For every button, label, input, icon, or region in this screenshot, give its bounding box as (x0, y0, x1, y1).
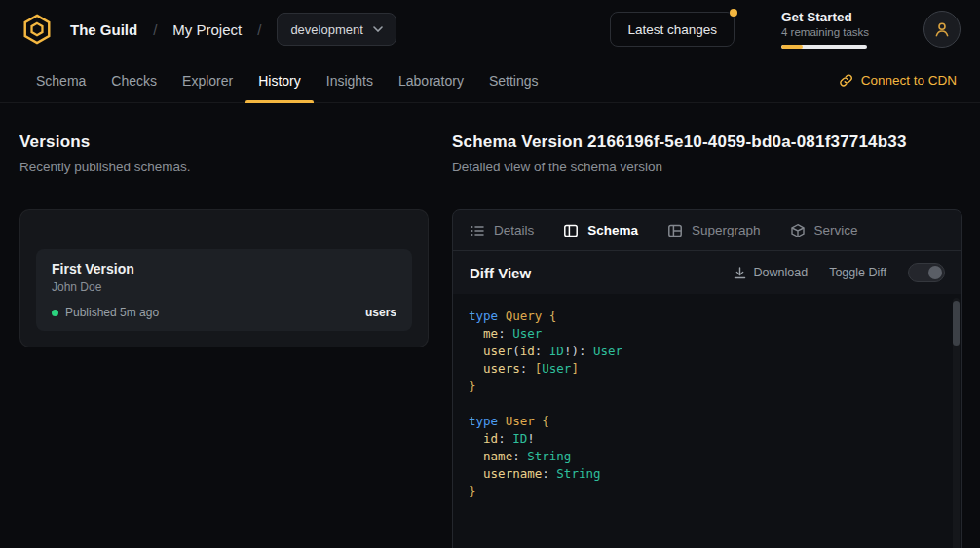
breadcrumb-org[interactable]: The Guild (70, 21, 137, 38)
latest-changes-label: Latest changes (627, 22, 717, 37)
toggle-knob (928, 266, 942, 279)
tab-supergraph[interactable]: Supergraph (667, 223, 761, 238)
code-block[interactable]: type Query { me: User user(id: ID!): Use… (453, 294, 961, 548)
get-started-subtitle: 4 remaining tasks (781, 26, 877, 38)
version-status-row: Published 5m ago users (52, 306, 396, 319)
download-icon (733, 266, 747, 280)
tab-details[interactable]: Details (470, 223, 534, 238)
list-icon (470, 223, 485, 238)
code-line (469, 395, 946, 413)
published-dot-icon (52, 310, 58, 316)
diff-view-header: Diff View Download Toggle Diff (453, 251, 961, 294)
person-icon (933, 20, 951, 38)
tab-schema-label: Schema (587, 223, 638, 237)
code-line: me: User (469, 325, 946, 343)
diff-actions: Download Toggle Diff (733, 263, 945, 282)
get-started-title: Get Started (781, 10, 877, 24)
nav-tab-explorer[interactable]: Explorer (170, 58, 245, 102)
code-line: } (469, 483, 946, 500)
code-line: name: String (469, 448, 946, 465)
toggle-diff-switch[interactable] (908, 263, 945, 282)
version-list-item[interactable]: First Version John Doe Published 5m ago … (36, 249, 412, 331)
tab-details-label: Details (494, 223, 534, 237)
hive-logo-icon (20, 13, 54, 46)
tab-supergraph-label: Supergraph (692, 223, 761, 237)
version-detail-column: Schema Version 2166196f-5e10-4059-bd0a-0… (452, 132, 962, 548)
latest-changes-button[interactable]: Latest changes (610, 12, 735, 47)
breadcrumb: The Guild / My Project / (70, 21, 261, 38)
progress-fill (781, 45, 803, 49)
versions-card: First Version John Doe Published 5m ago … (19, 209, 429, 347)
toggle-diff-label: Toggle Diff (829, 266, 886, 279)
top-header: The Guild / My Project / development Lat… (0, 0, 980, 58)
notification-dot (730, 9, 737, 17)
link-icon (839, 73, 853, 88)
schema-icon (563, 223, 579, 238)
version-status: Published 5m ago (65, 306, 159, 319)
nav-tab-laboratory[interactable]: Laboratory (386, 58, 476, 102)
download-button[interactable]: Download (733, 266, 809, 280)
service-box-icon (790, 223, 806, 238)
version-detail-subtitle: Detailed view of the schema version (452, 160, 962, 174)
tab-service[interactable]: Service (790, 223, 858, 238)
connect-to-cdn-link[interactable]: Connect to CDN (839, 58, 957, 102)
hive-logo[interactable] (19, 12, 55, 47)
get-started-progress-bar (781, 45, 867, 49)
diff-view-title: Diff View (470, 265, 531, 281)
header-right: Latest changes Get Started 4 remaining t… (610, 10, 961, 49)
code-line: username: String (469, 465, 946, 483)
breadcrumb-separator: / (153, 21, 157, 38)
versions-subtitle: Recently published schemas. (19, 160, 429, 174)
code-scrollbar-thumb[interactable] (953, 301, 960, 346)
version-author: John Doe (52, 280, 396, 294)
nav-tab-schema[interactable]: Schema (23, 58, 98, 102)
code-line: user(id: ID!): User (469, 343, 946, 360)
version-detail-title: Schema Version 2166196f-5e10-4059-bd0a-0… (452, 132, 962, 152)
versions-column: Versions Recently published schemas. Fir… (19, 132, 429, 548)
breadcrumb-project[interactable]: My Project (172, 21, 242, 38)
versions-title: Versions (19, 132, 429, 152)
breadcrumb-separator: / (257, 21, 261, 38)
environment-selector[interactable]: development (277, 13, 396, 46)
code-line: type User { (469, 413, 946, 430)
download-label: Download (754, 266, 809, 279)
version-detail-panel: Details Schema Supergraph (452, 209, 962, 548)
nav-tab-insights[interactable]: Insights (314, 58, 386, 102)
detail-tabs: Details Schema Supergraph (453, 210, 961, 251)
get-started-widget[interactable]: Get Started 4 remaining tasks (781, 10, 877, 49)
main-nav: Schema Checks Explorer History Insights … (0, 58, 980, 103)
code-line: id: ID! (469, 430, 946, 448)
version-name: First Version (52, 261, 396, 276)
nav-tab-settings[interactable]: Settings (476, 58, 551, 102)
nav-tab-history[interactable]: History (245, 58, 314, 102)
code-line: type Query { (469, 308, 946, 325)
chevron-down-icon (373, 26, 383, 32)
tab-service-label: Service (814, 223, 858, 237)
tab-schema[interactable]: Schema (563, 223, 638, 238)
user-avatar-button[interactable] (923, 11, 961, 48)
version-service-badge: users (365, 306, 396, 319)
supergraph-icon (667, 223, 683, 238)
code-line: } (469, 378, 946, 395)
environment-selector-value: development (290, 22, 362, 37)
main-content: Versions Recently published schemas. Fir… (0, 103, 980, 548)
connect-to-cdn-label: Connect to CDN (861, 73, 957, 88)
code-line: users: [User] (469, 360, 946, 378)
nav-tab-checks[interactable]: Checks (98, 58, 170, 102)
